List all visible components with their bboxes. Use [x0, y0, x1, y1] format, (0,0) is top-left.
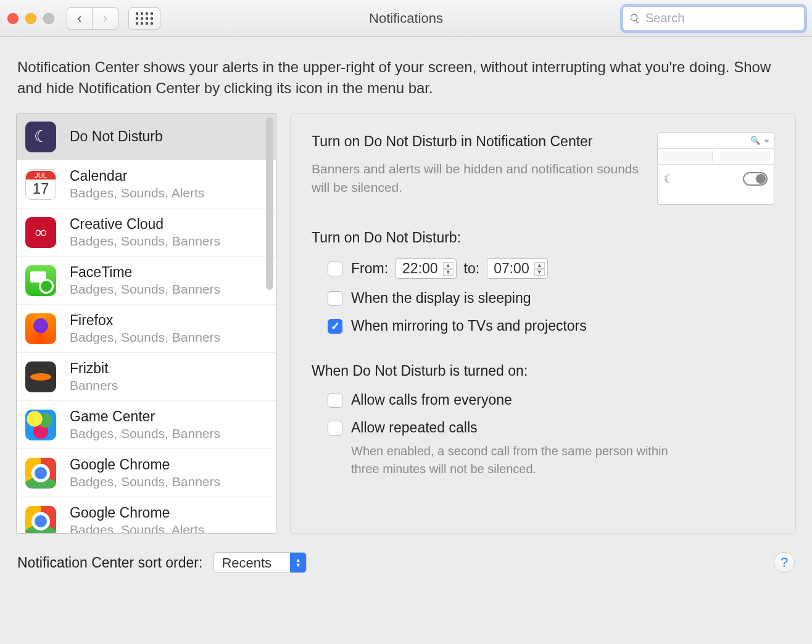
sidebar-item-detail: Badges, Sounds, Banners: [70, 474, 220, 489]
sidebar-item-google-chrome-2[interactable]: Google Chrome Badges, Sounds, Alerts: [17, 497, 276, 533]
sidebar-item-game-center[interactable]: Game Center Badges, Sounds, Banners: [17, 401, 276, 449]
pane-description: Notification Center shows your alerts in…: [0, 37, 812, 113]
section-turn-on-label: Turn on Do Not Disturb:: [312, 229, 774, 246]
sidebar-item-label: FaceTime: [70, 264, 220, 281]
dnd-toggle-preview: [743, 172, 768, 186]
moon-icon: ☾: [664, 172, 674, 186]
search-input[interactable]: [645, 11, 798, 25]
chevron-right-icon: ›: [103, 10, 107, 27]
creative-cloud-icon: ∞: [25, 217, 56, 248]
sidebar-item-detail: Badges, Sounds, Banners: [70, 282, 220, 297]
from-checkbox[interactable]: [328, 262, 342, 276]
sort-order-select[interactable]: Recents ▲▼: [213, 552, 307, 573]
to-time-value: 07:00: [494, 260, 529, 277]
mirroring-label: When mirroring to TVs and projectors: [351, 318, 587, 334]
minimize-window-button[interactable]: [25, 13, 36, 24]
sidebar-item-detail: Badges, Sounds, Alerts: [70, 186, 204, 200]
moon-icon: ☾: [25, 122, 56, 152]
footer: Notification Center sort order: Recents …: [0, 534, 812, 573]
opt-display-sleeping: When the display is sleeping: [312, 290, 774, 307]
sidebar-item-label: Creative Cloud: [70, 216, 220, 233]
sidebar-item-label: Frizbit: [70, 360, 118, 377]
from-label: From:: [351, 260, 388, 277]
notification-center-preview: 🔍≡ ☾: [657, 132, 774, 205]
frizbit-icon: [25, 361, 56, 392]
firefox-icon: [25, 313, 56, 344]
from-time-value: 22:00: [402, 260, 438, 277]
sidebar-item-label: Calendar: [70, 168, 204, 184]
help-button[interactable]: ?: [774, 552, 795, 573]
content-row: ☾ Do Not Disturb JUL 17 Calendar Badges,…: [0, 113, 812, 534]
chrome-icon: [25, 506, 56, 534]
back-button[interactable]: ‹: [67, 7, 93, 30]
scrollbar-thumb[interactable]: [266, 117, 273, 290]
sidebar-item-label: Google Chrome: [70, 456, 220, 473]
everyone-checkbox[interactable]: [328, 393, 342, 408]
panel-subtitle: Banners and alerts will be hidden and no…: [312, 160, 642, 196]
window-controls: [7, 13, 54, 24]
sidebar-item-detail: Badges, Sounds, Alerts: [70, 522, 204, 533]
sidebar-item-detail: Banners: [70, 378, 118, 393]
to-label: to:: [464, 260, 480, 277]
sidebar-item-creative-cloud[interactable]: ∞ Creative Cloud Badges, Sounds, Banners: [17, 208, 276, 257]
sidebar-item-label: Game Center: [70, 408, 220, 425]
chevron-up-down-icon: ▲▼: [290, 553, 306, 572]
sidebar-item-detail: Badges, Sounds, Banners: [70, 426, 220, 441]
opt-mirroring: When mirroring to TVs and projectors: [312, 318, 774, 334]
to-stepper[interactable]: ▲▼: [534, 262, 545, 276]
sort-order-label: Notification Center sort order:: [17, 555, 202, 571]
search-field[interactable]: [623, 6, 805, 31]
sleeping-label: When the display is sleeping: [351, 290, 531, 307]
forward-button[interactable]: ›: [93, 7, 118, 30]
facetime-icon: [25, 265, 56, 296]
nav-buttons: ‹ ›: [67, 7, 118, 30]
close-window-button[interactable]: [7, 13, 19, 24]
zoom-window-button[interactable]: [43, 13, 54, 24]
sidebar-item-label: Do Not Disturb: [70, 128, 163, 145]
chrome-icon: [25, 458, 56, 489]
opt-allow-repeated: Allow repeated calls: [312, 419, 774, 436]
help-icon: ?: [781, 555, 788, 571]
chevron-left-icon: ‹: [77, 10, 81, 27]
sidebar-item-detail: Badges, Sounds, Banners: [70, 234, 220, 249]
opt-from-time: From: 22:00 ▲▼ to: 07:00 ▲▼: [312, 258, 774, 279]
from-stepper[interactable]: ▲▼: [443, 262, 454, 276]
sort-order-value: Recents: [214, 553, 290, 572]
sidebar-item-google-chrome[interactable]: Google Chrome Badges, Sounds, Banners: [17, 449, 276, 497]
search-icon: 🔍: [750, 136, 760, 145]
opt-allow-everyone: Allow calls from everyone: [312, 392, 774, 408]
sidebar-item-firefox[interactable]: Firefox Badges, Sounds, Banners: [17, 305, 276, 353]
list-icon: ≡: [764, 136, 769, 145]
sidebar-item-frizbit[interactable]: Frizbit Banners: [17, 353, 276, 401]
panel-title: Turn on Do Not Disturb in Notification C…: [312, 132, 642, 151]
sidebar-item-label: Google Chrome: [70, 505, 204, 521]
to-time-input[interactable]: 07:00 ▲▼: [487, 258, 547, 279]
search-icon: [629, 13, 640, 24]
section-when-on-label: When Do Not Disturb is turned on:: [312, 363, 774, 379]
sidebar-item-facetime[interactable]: FaceTime Badges, Sounds, Banners: [17, 257, 276, 305]
repeated-label: Allow repeated calls: [351, 419, 478, 436]
repeated-checkbox[interactable]: [328, 421, 342, 436]
app-list: ☾ Do Not Disturb JUL 17 Calendar Badges,…: [16, 113, 276, 534]
titlebar: ‹ › Notifications: [0, 0, 812, 37]
detail-panel: Turn on Do Not Disturb in Notification C…: [290, 113, 796, 534]
calendar-icon: JUL 17: [25, 169, 56, 200]
grid-icon: [136, 12, 153, 25]
show-all-prefs-button[interactable]: [128, 7, 160, 30]
mirroring-checkbox[interactable]: [328, 319, 342, 334]
sleeping-checkbox[interactable]: [328, 291, 342, 306]
from-time-input[interactable]: 22:00 ▲▼: [396, 258, 456, 279]
sidebar-item-calendar[interactable]: JUL 17 Calendar Badges, Sounds, Alerts: [17, 160, 276, 208]
game-center-icon: [25, 410, 56, 440]
repeated-note: When enabled, a second call from the sam…: [312, 442, 682, 478]
sidebar-item-do-not-disturb[interactable]: ☾ Do Not Disturb: [17, 114, 276, 160]
sidebar-item-label: Firefox: [70, 312, 220, 329]
sidebar-item-detail: Badges, Sounds, Banners: [70, 330, 220, 345]
everyone-label: Allow calls from everyone: [351, 392, 512, 408]
